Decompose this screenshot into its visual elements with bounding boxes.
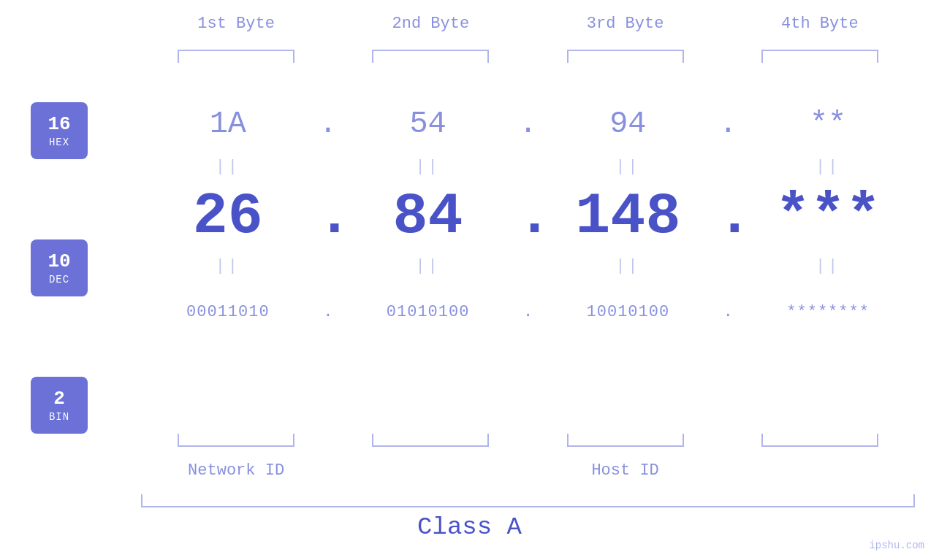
bottom-bracket-cell-1 — [139, 434, 333, 447]
bin-val-3: 10010100 — [539, 303, 718, 321]
class-label: Class A — [0, 513, 939, 541]
bottom-bracket-cell-2 — [333, 434, 528, 447]
dec-dot-3: . — [717, 183, 739, 250]
eq1-4: || — [739, 158, 917, 176]
bin-val-2: 01010100 — [339, 303, 517, 321]
hex-badge-label: HEX — [49, 137, 69, 148]
dec-badge-label: DEC — [49, 274, 69, 285]
bracket-top-2 — [372, 50, 489, 63]
byte1-header: 1st Byte — [139, 15, 333, 33]
equals-row-1: || || || || — [139, 153, 917, 180]
big-bracket — [141, 494, 915, 507]
bracket-cell-4 — [723, 50, 917, 63]
bracket-top-4 — [761, 50, 878, 63]
byte-headers: 1st Byte 2nd Byte 3rd Byte 4th Byte — [139, 15, 917, 33]
bracket-cell-3 — [528, 50, 723, 63]
hex-badge: 16 HEX — [31, 102, 88, 159]
bracket-cell-1 — [139, 50, 333, 63]
bin-badge-number: 2 — [53, 388, 65, 410]
hex-val-3: 94 — [539, 107, 718, 142]
dec-badge: 10 DEC — [31, 239, 88, 296]
dec-val-4: *** — [739, 183, 917, 250]
bin-val-4: ******** — [739, 303, 917, 321]
main-container: 1st Byte 2nd Byte 3rd Byte 4th Byte 16 H… — [0, 0, 939, 560]
dec-dot-2: . — [517, 183, 539, 250]
bin-val-1: 00011010 — [139, 303, 317, 321]
hex-row: 1A . 54 . 94 . ** — [139, 95, 917, 153]
hex-val-4: ** — [739, 107, 917, 142]
bracket-cell-2 — [333, 50, 528, 63]
dec-val-2: 84 — [339, 183, 517, 250]
top-brackets — [139, 50, 917, 63]
dec-badge-number: 10 — [47, 250, 70, 273]
eq2-3: || — [539, 257, 718, 275]
bracket-bottom-3 — [567, 434, 684, 447]
badge-column: 16 HEX 10 DEC 2 BIN — [31, 102, 88, 434]
byte3-header: 3rd Byte — [528, 15, 723, 33]
network-id-label: Network ID — [139, 461, 333, 480]
eq2-2: || — [339, 257, 517, 275]
byte2-header: 2nd Byte — [333, 15, 528, 33]
hex-dot-1: . — [317, 107, 339, 142]
watermark: ipshu.com — [869, 540, 924, 551]
bin-dot-1: . — [317, 303, 339, 321]
equals-row-2: || || || || — [139, 253, 917, 279]
bin-dot-3: . — [717, 303, 739, 321]
bin-row: 00011010 . 01010100 . 10010100 . *******… — [139, 286, 917, 337]
bottom-bracket-cell-3 — [528, 434, 723, 447]
bracket-top-3 — [567, 50, 684, 63]
bracket-bottom-4 — [761, 434, 878, 447]
id-labels: Network ID Host ID — [139, 461, 917, 480]
host-id-label: Host ID — [333, 461, 917, 480]
bin-badge-label: BIN — [49, 411, 69, 423]
hex-val-1: 1A — [139, 107, 317, 142]
eq2-1: || — [139, 257, 317, 275]
content-area: 1A . 54 . 94 . ** || || || || 26 . 84 . … — [139, 73, 917, 337]
bin-dot-2: . — [517, 303, 539, 321]
dec-val-3: 148 — [539, 183, 718, 250]
bracket-top-1 — [178, 50, 294, 63]
bracket-bottom-2 — [372, 434, 489, 447]
eq1-2: || — [339, 158, 517, 176]
dec-row: 26 . 84 . 148 . *** — [139, 180, 917, 253]
hex-badge-number: 16 — [47, 113, 70, 136]
eq1-1: || — [139, 158, 317, 176]
bracket-bottom-1 — [178, 434, 294, 447]
byte4-header: 4th Byte — [723, 15, 917, 33]
hex-dot-3: . — [717, 107, 739, 142]
eq2-4: || — [739, 257, 917, 275]
bottom-bracket-cell-4 — [723, 434, 917, 447]
eq1-3: || — [539, 158, 718, 176]
dec-val-1: 26 — [139, 183, 317, 250]
bin-badge: 2 BIN — [31, 377, 88, 434]
hex-dot-2: . — [517, 107, 539, 142]
bottom-brackets — [139, 434, 917, 447]
dec-dot-1: . — [317, 183, 339, 250]
hex-val-2: 54 — [339, 107, 517, 142]
